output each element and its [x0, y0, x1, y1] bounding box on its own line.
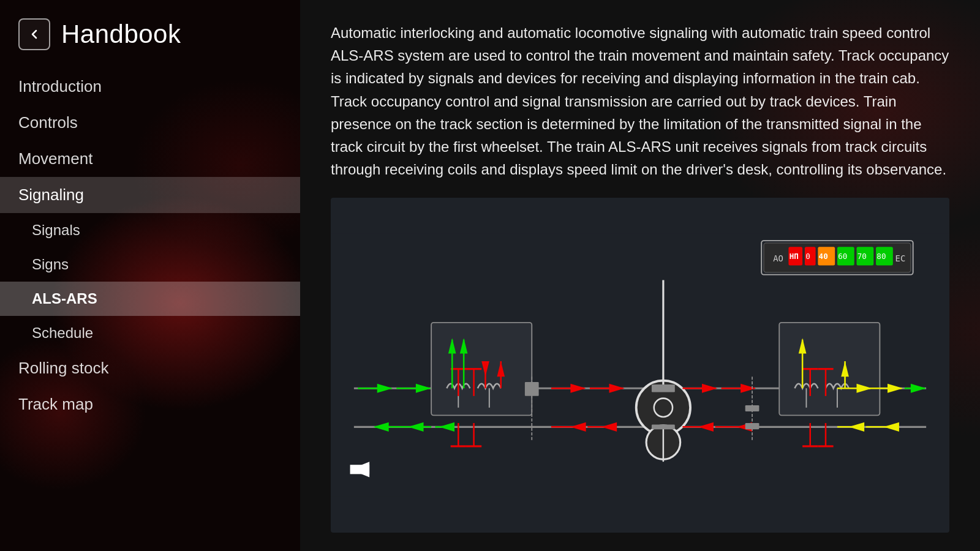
svg-rect-30	[652, 384, 675, 392]
sidebar-item-signaling[interactable]: Signaling	[0, 177, 300, 213]
sidebar-item-signals[interactable]: Signals	[0, 213, 300, 247]
sidebar-item-signs[interactable]: Signs	[0, 247, 300, 282]
back-button[interactable]	[18, 18, 50, 50]
svg-rect-31	[652, 425, 675, 430]
sidebar-title: Handbook	[61, 20, 181, 49]
svg-rect-101	[745, 423, 760, 429]
sidebar-item-als-ars[interactable]: ALS-ARS	[0, 282, 300, 316]
svg-rect-96	[350, 465, 370, 474]
sidebar-item-track-map[interactable]: Track map	[0, 386, 300, 422]
svg-text:ЕС: ЕС	[895, 253, 906, 263]
svg-text:80: 80	[876, 252, 886, 261]
svg-text:40: 40	[819, 252, 828, 261]
als-ars-diagram: АО НП 0 40 60 70 80 ЕС	[331, 198, 949, 533]
sidebar-item-introduction[interactable]: Introduction	[0, 69, 300, 105]
svg-rect-100	[745, 405, 760, 411]
svg-text:НП: НП	[790, 252, 799, 261]
svg-text:60: 60	[838, 252, 847, 261]
body-text: Automatic interlocking and automatic loc…	[331, 21, 949, 181]
svg-text:0: 0	[805, 252, 810, 261]
sidebar-item-schedule[interactable]: Schedule	[0, 316, 300, 350]
nav-list: Introduction Controls Movement Signaling…	[0, 69, 300, 422]
sidebar-item-controls[interactable]: Controls	[0, 105, 300, 141]
main-panel: Automatic interlocking and automatic loc…	[300, 0, 980, 551]
svg-point-26	[654, 399, 673, 417]
svg-text:70: 70	[858, 252, 867, 261]
svg-rect-98	[525, 382, 539, 396]
sidebar-item-movement[interactable]: Movement	[0, 141, 300, 177]
sidebar: Handbook Introduction Controls Movement …	[0, 0, 300, 551]
sidebar-header: Handbook	[0, 18, 300, 69]
svg-text:АО: АО	[773, 253, 783, 263]
sidebar-item-rolling-stock[interactable]: Rolling stock	[0, 350, 300, 386]
